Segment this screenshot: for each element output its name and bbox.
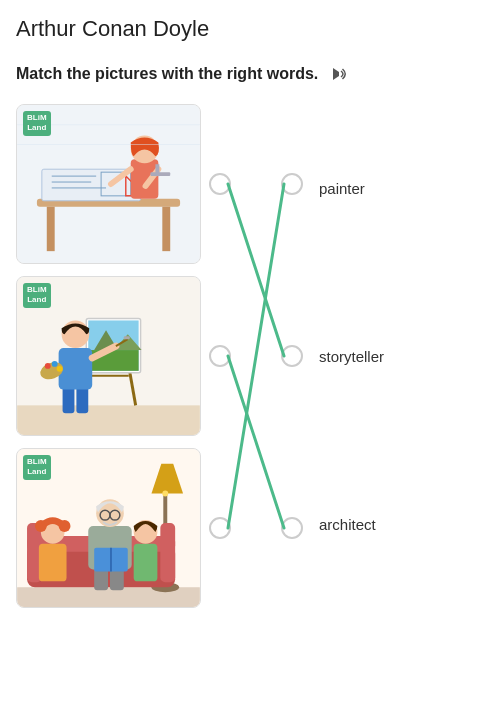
connectors-column [201,104,311,608]
svg-rect-3 [47,207,55,251]
page-title: Arthur Conan Doyle [16,16,484,42]
svg-rect-29 [63,386,75,414]
svg-line-65 [228,184,284,356]
matching-area: BLiMLand [16,104,484,608]
svg-rect-30 [76,386,88,414]
word-painter: painter [319,108,431,268]
svg-point-44 [162,490,168,496]
image-card-2: BLiMLand [16,276,201,436]
svg-point-37 [45,363,51,369]
svg-line-66 [228,356,284,528]
blum-badge-3: BLiMLand [23,455,51,480]
blum-badge-1: BLiMLand [23,111,51,136]
svg-rect-17 [150,172,170,176]
svg-point-38 [52,361,58,367]
word-architect: architect [319,444,431,604]
svg-rect-18 [155,164,159,176]
svg-point-39 [57,366,63,372]
words-column: painter storyteller architect [311,104,431,608]
svg-rect-31 [59,348,93,389]
svg-rect-63 [134,544,158,582]
blum-badge-2: BLiMLand [23,283,51,308]
audio-button[interactable] [328,62,352,86]
word-storyteller: storyteller [319,276,431,436]
svg-rect-20 [17,405,200,435]
image-card-3: BLiMLand [16,448,201,608]
instruction-text: Match the pictures with the right words. [16,65,318,83]
svg-rect-59 [39,544,67,582]
svg-rect-35 [124,336,130,339]
image-card-1: BLiMLand [16,104,201,264]
svg-rect-4 [162,207,170,251]
svg-marker-0 [333,68,339,80]
images-column: BLiMLand [16,104,201,608]
svg-line-67 [228,184,284,528]
svg-rect-49 [160,523,175,582]
